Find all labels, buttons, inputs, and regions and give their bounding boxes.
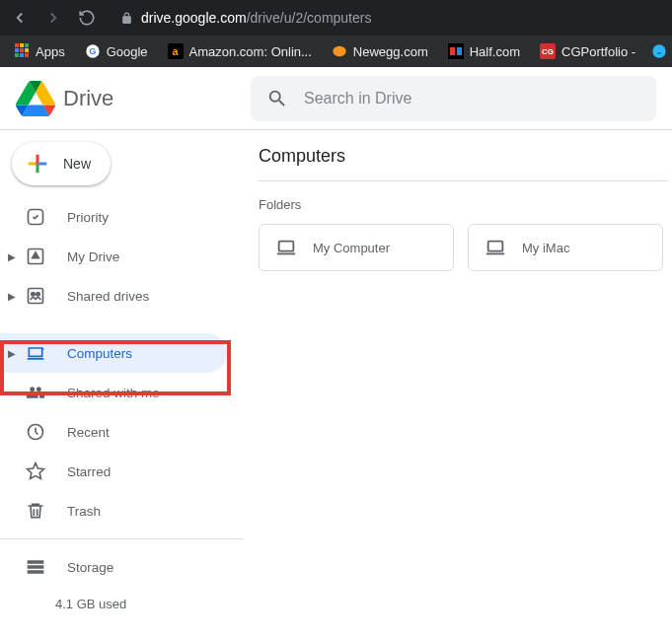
divider: [0, 538, 243, 539]
folder-card[interactable]: My iMac: [468, 224, 663, 271]
starred-icon: [26, 461, 49, 481]
sidebar-item-shareddrives[interactable]: ▶ Shared drives: [0, 276, 243, 316]
sidebar-item-storage[interactable]: ▶ Storage: [0, 547, 243, 587]
svg-rect-13: [279, 242, 294, 251]
new-button[interactable]: New: [12, 142, 111, 185]
address-bar[interactable]: drive.google.com/drive/u/2/computers: [109, 4, 664, 32]
trash-icon: [26, 501, 49, 521]
bookmark-cgportfolio[interactable]: CG CGPortfolio -: [532, 39, 643, 63]
storage-icon: [26, 557, 49, 577]
search-box[interactable]: Search in Drive: [251, 76, 656, 121]
sidebar-item-recent[interactable]: ▶ Recent: [0, 412, 243, 452]
lock-icon: [120, 12, 133, 25]
svg-text:G: G: [89, 46, 96, 56]
reload-button[interactable]: [75, 6, 99, 30]
svg-point-10: [37, 293, 39, 296]
bookmark-label: Half.com: [470, 44, 520, 59]
svg-rect-5: [457, 47, 462, 55]
cg-icon: CG: [540, 43, 556, 59]
folder-name: My iMac: [522, 241, 569, 255]
bookmark-label: Newegg.com: [353, 44, 428, 59]
sidebar-item-starred[interactable]: ▶ Starred: [0, 452, 243, 491]
nav-label: Storage: [67, 560, 113, 575]
storage-used: 4.1 GB used: [0, 597, 243, 611]
laptop-icon: [275, 237, 297, 258]
expand-icon[interactable]: ▶: [8, 348, 20, 359]
svg-rect-4: [450, 47, 455, 55]
bookmark-amazon[interactable]: a Amazon.com: Onlin...: [160, 39, 320, 63]
nav-label: Trash: [67, 504, 101, 519]
laptop-icon: [485, 237, 506, 258]
svg-rect-14: [488, 242, 503, 251]
amazon-icon: a: [168, 43, 184, 59]
sidebar-item-trash[interactable]: ▶ Trash: [0, 491, 243, 531]
folder-name: My Computer: [313, 241, 390, 255]
folders-list: My Computer My iMac: [259, 224, 672, 271]
google-icon: G: [85, 43, 101, 59]
half-icon: [448, 43, 464, 59]
sidebar-item-sharedwithme[interactable]: ▶ Shared with me: [0, 373, 243, 412]
nav-label: Shared with me: [67, 386, 160, 400]
sidebar-item-computers[interactable]: ▶ Computers: [0, 333, 227, 373]
bookmark-newegg[interactable]: Newegg.com: [324, 39, 436, 63]
sharedwithme-icon: [26, 383, 49, 402]
url-text: drive.google.com/drive/u/2/computers: [141, 10, 371, 26]
apps-icon: [14, 43, 30, 59]
sidebar-item-mydrive[interactable]: ▶ My Drive: [0, 237, 243, 276]
recent-icon: [26, 422, 49, 442]
bookmark-apps[interactable]: Apps: [6, 39, 73, 63]
folder-card[interactable]: My Computer: [259, 224, 454, 271]
svg-point-9: [32, 293, 35, 296]
nav-label: My Drive: [67, 249, 119, 264]
new-label: New: [63, 156, 91, 172]
shareddrives-icon: [26, 286, 49, 306]
bookmark-google[interactable]: G Google: [77, 39, 156, 63]
nav-label: Starred: [67, 464, 111, 479]
expand-icon[interactable]: ▶: [8, 251, 20, 262]
bookmark-half[interactable]: Half.com: [440, 39, 528, 63]
mydrive-icon: [26, 247, 49, 266]
browser-toolbar: drive.google.com/drive/u/2/computers: [0, 0, 672, 35]
priority-icon: [26, 207, 49, 227]
page-title: Computers: [259, 146, 668, 181]
bookmark-label: Google: [107, 44, 148, 59]
newegg-icon: [332, 43, 347, 59]
logo-section[interactable]: Drive: [16, 79, 251, 118]
nav-label: Computers: [67, 346, 132, 361]
app-title: Drive: [63, 86, 113, 111]
nav-label: Recent: [67, 425, 110, 440]
search-placeholder: Search in Drive: [304, 90, 411, 107]
bookmark-label: Apps: [36, 44, 65, 59]
svg-point-6: [652, 44, 665, 57]
drive-logo-icon: [16, 79, 55, 118]
bookmarks-bar: Apps G Google a Amazon.com: Onlin... New…: [0, 35, 672, 67]
sidebar: New ▶ Priority ▶ My Drive ▶ Shared drive…: [0, 130, 243, 638]
svg-rect-8: [29, 289, 43, 304]
computers-icon: [26, 343, 49, 363]
bookmark-label: Amazon.com: Onlin...: [189, 44, 312, 59]
svg-marker-12: [28, 463, 44, 479]
bookmark-label: CGPortfolio -: [561, 44, 635, 59]
plus-icon: [24, 150, 51, 177]
drive-header: Drive Search in Drive: [0, 67, 672, 130]
extension-icon[interactable]: [651, 43, 667, 59]
back-button[interactable]: [8, 6, 32, 30]
section-label: Folders: [259, 197, 672, 212]
nav-label: Shared drives: [67, 289, 149, 304]
search-icon: [266, 88, 288, 109]
expand-icon[interactable]: ▶: [8, 291, 20, 302]
svg-point-2: [333, 46, 345, 57]
sidebar-item-priority[interactable]: ▶ Priority: [0, 197, 243, 237]
content-area: Computers Folders My Computer My iMac: [243, 130, 672, 638]
forward-button[interactable]: [41, 6, 65, 30]
nav-label: Priority: [67, 210, 109, 225]
